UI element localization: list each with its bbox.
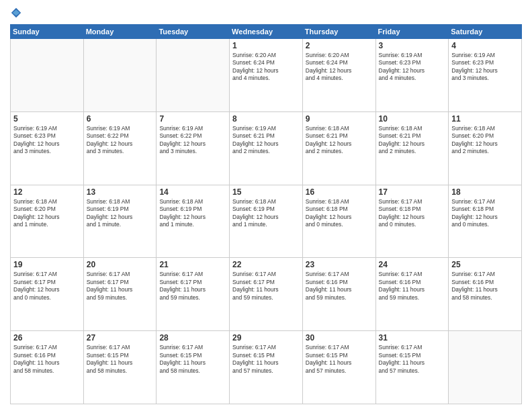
day-detail: Sunrise: 6:17 AMSunset: 6:15 PMDaylight:… bbox=[379, 344, 446, 375]
day-number: 23 bbox=[306, 260, 373, 269]
day-number: 8 bbox=[232, 114, 300, 124]
day-detail: Sunrise: 6:17 AMSunset: 6:17 PMDaylight:… bbox=[13, 271, 81, 302]
day-number: 16 bbox=[306, 187, 373, 197]
day-number: 17 bbox=[379, 187, 446, 197]
day-number: 12 bbox=[13, 187, 81, 197]
calendar-cell: 13Sunrise: 6:18 AMSunset: 6:19 PMDayligh… bbox=[83, 185, 157, 258]
day-detail: Sunrise: 6:18 AMSunset: 6:20 PMDaylight:… bbox=[13, 198, 81, 229]
day-detail: Sunrise: 6:17 AMSunset: 6:15 PMDaylight:… bbox=[232, 344, 300, 375]
calendar-table: SundayMondayTuesdayWednesdayThursdayFrid… bbox=[10, 24, 522, 404]
calendar-cell: 15Sunrise: 6:18 AMSunset: 6:19 PMDayligh… bbox=[230, 185, 303, 258]
calendar-cell: 17Sunrise: 6:17 AMSunset: 6:18 PMDayligh… bbox=[375, 185, 449, 258]
calendar-cell: 18Sunrise: 6:17 AMSunset: 6:18 PMDayligh… bbox=[449, 185, 522, 258]
day-number: 21 bbox=[159, 260, 226, 269]
weekday-header-monday: Monday bbox=[83, 25, 157, 39]
day-number: 7 bbox=[159, 114, 226, 124]
calendar-cell: 5Sunrise: 6:19 AMSunset: 6:23 PMDaylight… bbox=[11, 111, 84, 185]
day-number: 15 bbox=[232, 187, 300, 197]
calendar-cell: 16Sunrise: 6:18 AMSunset: 6:18 PMDayligh… bbox=[302, 185, 375, 258]
calendar-cell: 7Sunrise: 6:19 AMSunset: 6:22 PMDaylight… bbox=[157, 111, 230, 185]
day-number: 10 bbox=[379, 114, 446, 124]
day-number: 4 bbox=[451, 41, 519, 50]
weekday-header-sunday: Sunday bbox=[11, 25, 84, 39]
day-detail: Sunrise: 6:18 AMSunset: 6:18 PMDaylight:… bbox=[306, 198, 373, 229]
day-detail: Sunrise: 6:18 AMSunset: 6:21 PMDaylight:… bbox=[306, 125, 373, 156]
day-number: 31 bbox=[379, 333, 446, 342]
day-number: 26 bbox=[13, 333, 81, 342]
calendar-cell bbox=[83, 39, 157, 112]
day-detail: Sunrise: 6:19 AMSunset: 6:23 PMDaylight:… bbox=[451, 52, 519, 83]
calendar-cell: 14Sunrise: 6:18 AMSunset: 6:19 PMDayligh… bbox=[157, 185, 230, 258]
day-detail: Sunrise: 6:19 AMSunset: 6:23 PMDaylight:… bbox=[379, 52, 446, 83]
day-number: 11 bbox=[451, 114, 519, 124]
day-number: 3 bbox=[379, 41, 446, 50]
weekday-header-friday: Friday bbox=[375, 25, 449, 39]
day-detail: Sunrise: 6:18 AMSunset: 6:20 PMDaylight:… bbox=[451, 125, 519, 156]
week-row-1: 1Sunrise: 6:20 AMSunset: 6:24 PMDaylight… bbox=[11, 39, 522, 112]
calendar-cell bbox=[11, 39, 84, 112]
day-number: 18 bbox=[451, 187, 519, 197]
calendar-cell: 12Sunrise: 6:18 AMSunset: 6:20 PMDayligh… bbox=[11, 185, 84, 258]
page: SundayMondayTuesdayWednesdayThursdayFrid… bbox=[0, 0, 532, 411]
day-number: 25 bbox=[451, 260, 519, 269]
day-detail: Sunrise: 6:19 AMSunset: 6:22 PMDaylight:… bbox=[159, 125, 226, 156]
day-number: 6 bbox=[87, 114, 154, 124]
day-number: 1 bbox=[232, 41, 300, 50]
calendar-cell bbox=[157, 39, 230, 112]
calendar-cell: 31Sunrise: 6:17 AMSunset: 6:15 PMDayligh… bbox=[375, 331, 449, 404]
calendar-cell: 27Sunrise: 6:17 AMSunset: 6:15 PMDayligh… bbox=[83, 331, 157, 404]
logo bbox=[10, 7, 25, 19]
calendar-cell: 11Sunrise: 6:18 AMSunset: 6:20 PMDayligh… bbox=[449, 111, 522, 185]
day-number: 28 bbox=[159, 333, 226, 342]
calendar-cell: 21Sunrise: 6:17 AMSunset: 6:17 PMDayligh… bbox=[157, 258, 230, 331]
calendar-cell: 8Sunrise: 6:19 AMSunset: 6:21 PMDaylight… bbox=[230, 111, 303, 185]
day-number: 13 bbox=[87, 187, 154, 197]
calendar-cell: 26Sunrise: 6:17 AMSunset: 6:16 PMDayligh… bbox=[11, 331, 84, 404]
calendar-cell: 25Sunrise: 6:17 AMSunset: 6:16 PMDayligh… bbox=[449, 258, 522, 331]
day-number: 29 bbox=[232, 333, 300, 342]
calendar-cell: 9Sunrise: 6:18 AMSunset: 6:21 PMDaylight… bbox=[302, 111, 375, 185]
day-number: 5 bbox=[13, 114, 81, 124]
calendar-cell: 20Sunrise: 6:17 AMSunset: 6:17 PMDayligh… bbox=[83, 258, 157, 331]
day-detail: Sunrise: 6:17 AMSunset: 6:17 PMDaylight:… bbox=[87, 271, 154, 302]
day-detail: Sunrise: 6:18 AMSunset: 6:19 PMDaylight:… bbox=[232, 198, 300, 229]
day-detail: Sunrise: 6:19 AMSunset: 6:21 PMDaylight:… bbox=[232, 125, 300, 156]
logo-icon bbox=[10, 7, 22, 19]
calendar-cell: 22Sunrise: 6:17 AMSunset: 6:17 PMDayligh… bbox=[230, 258, 303, 331]
header bbox=[10, 7, 522, 19]
day-detail: Sunrise: 6:17 AMSunset: 6:17 PMDaylight:… bbox=[232, 271, 300, 302]
week-row-4: 19Sunrise: 6:17 AMSunset: 6:17 PMDayligh… bbox=[11, 258, 522, 331]
calendar-cell: 2Sunrise: 6:20 AMSunset: 6:24 PMDaylight… bbox=[302, 39, 375, 112]
day-number: 30 bbox=[306, 333, 373, 342]
weekday-header-tuesday: Tuesday bbox=[157, 25, 230, 39]
weekday-header-thursday: Thursday bbox=[302, 25, 375, 39]
calendar-cell: 10Sunrise: 6:18 AMSunset: 6:21 PMDayligh… bbox=[375, 111, 449, 185]
day-detail: Sunrise: 6:17 AMSunset: 6:15 PMDaylight:… bbox=[306, 344, 373, 375]
week-row-5: 26Sunrise: 6:17 AMSunset: 6:16 PMDayligh… bbox=[11, 331, 522, 404]
day-detail: Sunrise: 6:19 AMSunset: 6:23 PMDaylight:… bbox=[13, 125, 81, 156]
week-row-2: 5Sunrise: 6:19 AMSunset: 6:23 PMDaylight… bbox=[11, 111, 522, 185]
weekday-header-wednesday: Wednesday bbox=[230, 25, 303, 39]
day-detail: Sunrise: 6:17 AMSunset: 6:18 PMDaylight:… bbox=[379, 198, 446, 229]
day-detail: Sunrise: 6:17 AMSunset: 6:16 PMDaylight:… bbox=[306, 271, 373, 302]
day-detail: Sunrise: 6:19 AMSunset: 6:22 PMDaylight:… bbox=[87, 125, 154, 156]
calendar-cell: 28Sunrise: 6:17 AMSunset: 6:15 PMDayligh… bbox=[157, 331, 230, 404]
day-number: 9 bbox=[306, 114, 373, 124]
day-number: 27 bbox=[87, 333, 154, 342]
week-row-3: 12Sunrise: 6:18 AMSunset: 6:20 PMDayligh… bbox=[11, 185, 522, 258]
day-number: 19 bbox=[13, 260, 81, 269]
day-number: 24 bbox=[379, 260, 446, 269]
calendar-cell: 6Sunrise: 6:19 AMSunset: 6:22 PMDaylight… bbox=[83, 111, 157, 185]
calendar-cell: 3Sunrise: 6:19 AMSunset: 6:23 PMDaylight… bbox=[375, 39, 449, 112]
day-number: 14 bbox=[159, 187, 226, 197]
day-detail: Sunrise: 6:18 AMSunset: 6:21 PMDaylight:… bbox=[379, 125, 446, 156]
calendar-cell: 30Sunrise: 6:17 AMSunset: 6:15 PMDayligh… bbox=[302, 331, 375, 404]
calendar-cell: 19Sunrise: 6:17 AMSunset: 6:17 PMDayligh… bbox=[11, 258, 84, 331]
calendar-cell: 23Sunrise: 6:17 AMSunset: 6:16 PMDayligh… bbox=[302, 258, 375, 331]
day-number: 22 bbox=[232, 260, 300, 269]
day-detail: Sunrise: 6:17 AMSunset: 6:15 PMDaylight:… bbox=[159, 344, 226, 375]
calendar-cell: 24Sunrise: 6:17 AMSunset: 6:16 PMDayligh… bbox=[375, 258, 449, 331]
calendar-cell bbox=[449, 331, 522, 404]
weekday-header-row: SundayMondayTuesdayWednesdayThursdayFrid… bbox=[11, 25, 522, 39]
day-detail: Sunrise: 6:20 AMSunset: 6:24 PMDaylight:… bbox=[232, 52, 300, 83]
